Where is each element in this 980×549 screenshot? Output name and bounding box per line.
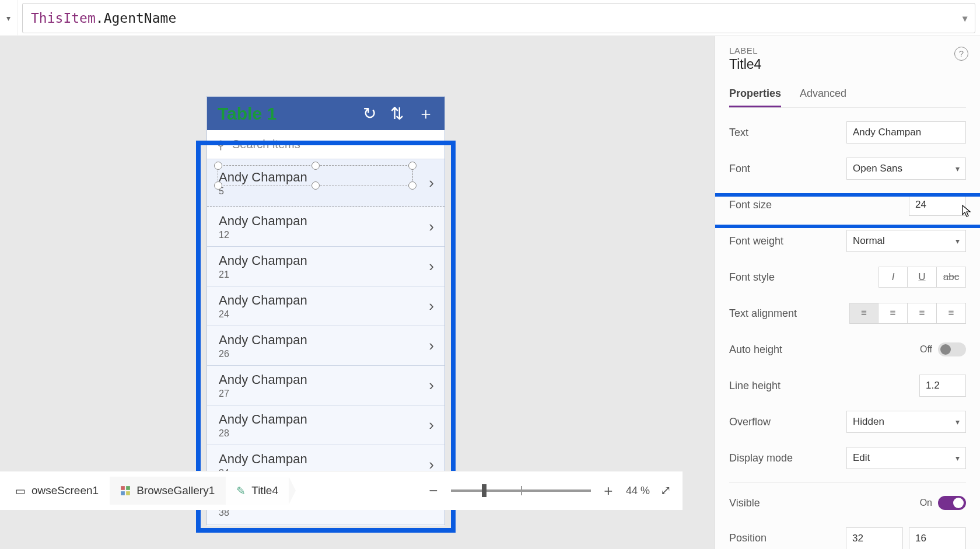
item-name: Andy Champan [219,253,307,268]
control-type-label: LABEL [729,46,966,55]
prop-row-text-align: Text alignment ≡ ≡ ≡ ≡ [729,302,966,325]
overflow-select[interactable]: Hidden▾ [846,411,966,433]
display-mode-select[interactable]: Edit▾ [846,447,966,469]
auto-height-toggle[interactable] [938,342,966,356]
text-input[interactable]: Andy Champan [846,121,966,144]
prop-label: Text alignment [729,307,797,320]
gallery-item[interactable]: Andy Champan26› [207,326,444,366]
gallery-item[interactable]: Andy Champan12› [207,207,444,247]
sort-icon[interactable]: ⇅ [390,106,404,122]
prop-label: Visible [729,497,760,509]
zoom-thumb[interactable] [482,484,487,497]
zoom-in-button[interactable]: + [601,482,615,500]
prop-label: Position [729,532,766,544]
item-number: 28 [219,428,307,439]
preview-search[interactable]: ⚲ Search items [207,130,444,159]
gallery-item[interactable]: Andy Champan› [207,524,444,526]
gallery-item[interactable]: Andy Champan24› [207,286,444,326]
prop-label: Text [729,127,748,139]
align-right-button[interactable]: ≡ [908,303,937,324]
align-center-button[interactable]: ≡ [878,303,908,324]
prop-row-font-size: Font size 24 [729,193,966,216]
control-name: Title4 [729,57,966,72]
chevron-right-icon[interactable]: › [429,337,434,355]
gallery-item[interactable]: Andy Champan21› [207,247,444,286]
add-icon[interactable]: ＋ [418,106,434,122]
resize-handle[interactable] [312,162,320,170]
chevron-down-icon: ▾ [956,453,960,463]
preview-search-placeholder: Search items [232,138,300,151]
mouse-cursor-icon [961,204,973,218]
formula-property-dropdown[interactable]: ▾ [0,0,18,36]
resize-handle[interactable] [408,181,416,190]
crumb-label: BrowseGallery1 [136,484,215,497]
item-name: Andy Champan [219,372,307,387]
tab-advanced[interactable]: Advanced [800,83,846,107]
chevron-right-icon[interactable]: › [429,297,434,315]
item-number: 26 [219,349,307,359]
zoom-slider[interactable] [451,489,591,492]
edit-icon: ✎ [236,484,246,498]
crumb-screen[interactable]: ▭ owseScreen1 [5,477,110,505]
formula-input[interactable]: ThisItem.AgentName ▾ [22,3,975,33]
toggle-state: Off [920,344,932,355]
italic-button[interactable]: I [878,267,908,288]
gallery-item[interactable]: Andy Champan27› [207,366,444,405]
panel-tabs: Properties Advanced [729,83,966,108]
chevron-right-icon[interactable]: › [429,174,434,192]
chevron-right-icon[interactable]: › [429,218,434,236]
font-size-input[interactable]: 24 [909,194,966,216]
toggle-state: On [920,498,932,508]
chevron-right-icon[interactable]: › [429,416,434,434]
help-button[interactable]: ? [954,47,968,61]
chevron-right-icon[interactable]: › [429,257,434,275]
font-select[interactable]: Open Sans▾ [846,158,966,180]
underline-button[interactable]: U [908,267,937,288]
font-weight-select[interactable]: Normal▾ [846,230,966,252]
gallery-item[interactable]: Andy Champan28› [207,405,444,445]
align-left-button[interactable]: ≡ [849,303,878,324]
prop-row-font-weight: Font weight Normal▾ [729,229,966,253]
line-height-input[interactable]: 1.2 [919,375,966,397]
gallery-item-selected[interactable]: Andy Champan 5 › [207,159,444,207]
resize-handle[interactable] [214,162,222,170]
zoom-tick [521,486,522,495]
position-y-input[interactable]: 16 [909,527,966,549]
resize-handle[interactable] [214,181,222,190]
tab-properties[interactable]: Properties [729,83,781,107]
preview-header-icons: ↻ ⇅ ＋ [363,106,434,122]
align-justify-button[interactable]: ≡ [937,303,966,324]
position-x-input[interactable]: 32 [846,527,903,549]
prop-row-overflow: Overflow Hidden▾ [729,410,966,433]
formula-token-property: .AgentName [96,11,176,26]
prop-label: Font style [729,271,775,284]
svg-rect-1 [126,486,130,490]
item-name: Andy Champan [219,412,307,427]
search-icon: ⚲ [216,138,225,152]
strikethrough-button[interactable]: abc [937,267,966,288]
item-name: Andy Champan [219,452,307,467]
prop-label: Line height [729,380,780,392]
item-number: 27 [219,389,307,399]
item-number: 21 [219,270,307,280]
resize-handle[interactable] [408,162,416,170]
canvas[interactable]: Table 1 ↻ ⇅ ＋ ⚲ Search items [0,36,831,510]
prop-label: Auto height [729,344,782,356]
gallery-icon [120,485,131,496]
formula-token-object: ThisItem [31,11,96,26]
formula-expand-button[interactable]: ▾ [961,11,969,26]
item-name: Andy Champan [219,333,307,348]
preview-title: Table 1 [218,104,276,124]
visible-toggle[interactable] [938,496,966,510]
svg-rect-2 [121,491,125,495]
crumb-gallery[interactable]: BrowseGallery1 [110,477,226,505]
zoom-out-button[interactable]: − [426,482,440,500]
screen-icon: ▭ [15,484,26,498]
chevron-right-icon[interactable]: › [429,376,434,394]
crumb-control[interactable]: ✎ Title4 [226,477,289,505]
prop-row-position: Position 32 16 X Y [729,527,966,549]
fit-screen-button[interactable]: ⤢ [660,483,671,498]
refresh-icon[interactable]: ↻ [363,106,376,122]
divider [729,482,966,483]
resize-handle[interactable] [312,181,320,190]
